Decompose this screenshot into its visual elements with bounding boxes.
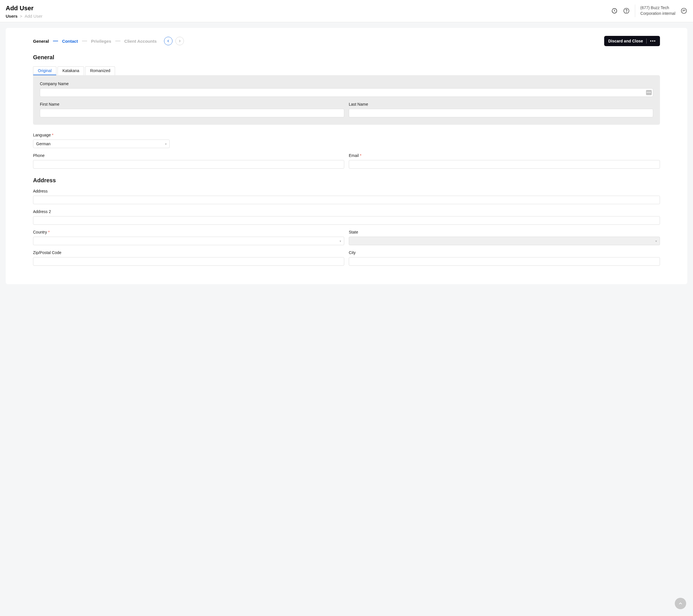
zip-input[interactable] — [33, 257, 344, 266]
account-name[interactable]: (677) Buzz Tech Corporation internal — [640, 5, 675, 16]
label-city: City — [349, 250, 660, 255]
field-language: Language* German ▾ — [33, 133, 170, 148]
chevron-down-icon: ▾ — [165, 142, 166, 146]
required-mark: * — [360, 153, 361, 158]
company-input-wrap: ••• — [40, 88, 653, 97]
tab-romanized[interactable]: Romanized — [85, 66, 115, 75]
label-address2: Address 2 — [33, 209, 660, 214]
field-last-name: Last Name — [349, 102, 653, 117]
label-zip: Zip/Postal Code — [33, 250, 344, 255]
step-sep — [115, 41, 120, 41]
name-format-tabs: Original Katakana Romanized — [33, 66, 660, 75]
field-address2: Address 2 — [33, 209, 660, 225]
more-icon[interactable]: ••• — [650, 39, 656, 43]
state-select[interactable]: ▾ — [349, 237, 660, 245]
history-icon[interactable] — [611, 7, 618, 14]
step-privileges[interactable]: Privileges — [91, 39, 111, 43]
email-input[interactable] — [349, 160, 660, 169]
button-divider — [646, 38, 647, 43]
tab-katakana[interactable]: Katakana — [58, 66, 84, 75]
label-country-text: Country — [33, 230, 47, 234]
zip-city-row: Zip/Postal Code City — [33, 250, 660, 266]
label-address: Address — [33, 189, 660, 193]
label-country: Country* — [33, 230, 344, 234]
name-row: First Name Last Name — [40, 102, 653, 117]
label-language: Language* — [33, 133, 170, 137]
chevron-down-icon: ▾ — [655, 239, 657, 243]
back-icon[interactable] — [680, 7, 687, 14]
field-email: Email* — [349, 153, 660, 169]
wizard-next-button[interactable] — [175, 37, 184, 45]
required-mark: * — [52, 133, 53, 137]
field-address: Address — [33, 189, 660, 204]
svg-point-3 — [681, 8, 687, 13]
country-select[interactable]: ▾ — [33, 237, 344, 245]
label-company-name: Company Name — [40, 81, 653, 86]
language-value: German — [36, 141, 51, 146]
company-name-input[interactable] — [40, 88, 653, 97]
first-name-input[interactable] — [40, 109, 344, 117]
breadcrumb-sep: > — [20, 14, 22, 19]
label-first-name: First Name — [40, 102, 344, 107]
wizard-bar: General Contact Privileges Client Accoun… — [33, 36, 660, 46]
field-country: Country* ▾ — [33, 230, 344, 245]
account-line1: (677) Buzz Tech — [640, 5, 675, 11]
step-contact[interactable]: Contact — [62, 39, 78, 43]
label-email-text: Email — [349, 153, 359, 158]
chevron-down-icon: ▾ — [340, 239, 341, 243]
tab-original[interactable]: Original — [33, 66, 56, 75]
label-last-name: Last Name — [349, 102, 653, 107]
field-city: City — [349, 250, 660, 266]
country-state-row: Country* ▾ State ▾ — [33, 230, 660, 245]
label-state: State — [349, 230, 660, 234]
address2-input[interactable] — [33, 216, 660, 225]
wizard-steps: General Contact Privileges Client Accoun… — [33, 37, 184, 45]
required-mark: * — [48, 230, 50, 234]
header-right: (677) Buzz Tech Corporation internal — [611, 4, 687, 17]
last-name-input[interactable] — [349, 109, 653, 117]
label-language-text: Language — [33, 133, 51, 137]
field-state: State ▾ — [349, 230, 660, 245]
discard-label: Discard and Close — [608, 39, 643, 43]
step-sep — [53, 41, 58, 41]
page-header: Add User Users > Add User (677) Buzz Tec… — [0, 0, 693, 22]
ellipsis-icon[interactable]: ••• — [646, 90, 652, 95]
name-panel: Company Name ••• First Name Last Name — [33, 75, 660, 125]
header-left: Add User Users > Add User — [6, 4, 611, 19]
header-divider — [635, 4, 635, 17]
step-sep — [82, 41, 87, 41]
address-input[interactable] — [33, 196, 660, 204]
label-email: Email* — [349, 153, 660, 158]
wizard-nav — [164, 37, 184, 45]
language-select[interactable]: German ▾ — [33, 139, 170, 148]
page-title: Add User — [6, 4, 611, 12]
label-phone: Phone — [33, 153, 344, 158]
phone-input[interactable] — [33, 160, 344, 169]
field-zip: Zip/Postal Code — [33, 250, 344, 266]
field-company-name: Company Name ••• — [40, 81, 653, 97]
wizard-prev-button[interactable] — [164, 37, 173, 45]
section-general-title: General — [33, 54, 660, 61]
breadcrumb-root[interactable]: Users — [6, 14, 18, 19]
step-client-accounts[interactable]: Client Accounts — [124, 39, 157, 43]
field-phone: Phone — [33, 153, 344, 169]
content-wrap: General Contact Privileges Client Accoun… — [0, 22, 693, 290]
discard-close-button[interactable]: Discard and Close ••• — [604, 36, 660, 46]
phone-email-row: Phone Email* — [33, 153, 660, 169]
form-card: General Contact Privileges Client Accoun… — [6, 28, 687, 284]
section-address-title: Address — [33, 177, 660, 184]
language-row: Language* German ▾ — [33, 133, 660, 148]
city-input[interactable] — [349, 257, 660, 266]
help-icon[interactable] — [623, 7, 630, 14]
breadcrumb: Users > Add User — [6, 14, 611, 19]
account-line2: Corporation internal — [640, 11, 675, 17]
field-first-name: First Name — [40, 102, 344, 117]
step-general[interactable]: General — [33, 39, 49, 43]
breadcrumb-current: Add User — [24, 14, 42, 19]
